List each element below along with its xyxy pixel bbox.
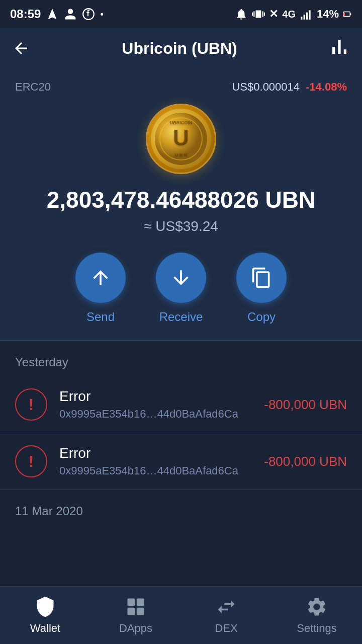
settings-nav-label: Settings	[297, 622, 337, 635]
dex-nav-label: DEX	[215, 622, 237, 635]
yesterday-label: Yesterday	[0, 341, 362, 376]
price-usd: US$0.000014	[232, 80, 300, 94]
page-title: Ubricoin (UBN)	[122, 39, 237, 58]
price-info: US$0.000014 -14.08%	[232, 80, 347, 94]
status-bar: 08:59 • ✕ 4G 14%	[0, 0, 362, 28]
time-display: 08:59	[10, 7, 41, 21]
erc20-label: ERC20	[15, 80, 51, 94]
receive-label: Receive	[159, 310, 203, 324]
transaction-item[interactable]: ! Error 0x9995aE354b16…44d0BaAfad6Ca -80…	[0, 376, 362, 433]
copy-button[interactable]: Copy	[236, 253, 287, 324]
error-icon-1: !	[15, 388, 47, 421]
battery-display: 14%	[317, 8, 339, 21]
chart-icon	[329, 36, 350, 57]
send-button[interactable]: Send	[75, 253, 126, 324]
signal-icon	[300, 8, 313, 21]
tx-status-2: Error	[59, 445, 264, 461]
nav-dex[interactable]: DEX	[186, 596, 266, 635]
copy-icon	[250, 267, 273, 289]
send-circle	[75, 253, 126, 303]
vibrate-icon	[252, 8, 265, 21]
tx-address-1: 0x9995aE354b16…44d0BaAfad6Ca	[59, 408, 264, 421]
dex-nav-icon	[215, 596, 237, 618]
tx-status-1: Error	[59, 388, 264, 405]
tx-amount-1: -800,000 UBN	[264, 397, 347, 413]
price-change: -14.08%	[306, 80, 347, 94]
dapps-nav-label: DApps	[119, 622, 152, 635]
nav-settings[interactable]: Settings	[277, 596, 357, 635]
send-icon	[89, 267, 112, 289]
date-section-label: 11 Mar 2020	[0, 490, 362, 525]
settings-nav-icon	[306, 596, 328, 618]
svg-rect-1	[301, 17, 302, 19]
wallet-nav-label: Wallet	[30, 622, 60, 635]
svg-rect-3	[306, 13, 308, 20]
error-icon-2: !	[15, 445, 47, 477]
tx-details-1: Error 0x9995aE354b16…44d0BaAfad6Ca	[59, 388, 264, 421]
nav-dapps[interactable]: DApps	[96, 596, 176, 635]
action-buttons: Send Receive Copy	[0, 253, 362, 324]
send-label: Send	[86, 310, 115, 324]
copy-circle	[236, 253, 287, 303]
navigation-icon	[46, 8, 59, 21]
person-icon	[64, 8, 77, 21]
battery-icon	[343, 10, 352, 19]
coin-graphic: U UBRICOIN U B N	[153, 111, 209, 167]
svg-text:U B N: U B N	[175, 152, 188, 157]
svg-rect-14	[137, 599, 144, 606]
tx-amount-2: -800,000 UBN	[264, 454, 347, 469]
coin-logo-inner: U UBRICOIN U B N	[151, 109, 211, 169]
main-content: ERC20 US$0.000014 -14.08%	[0, 68, 362, 341]
wallet-nav-icon	[34, 596, 56, 618]
dapps-nav-icon	[125, 596, 147, 618]
svg-rect-15	[128, 608, 135, 615]
receive-circle	[156, 253, 206, 303]
svg-rect-7	[344, 13, 345, 16]
balance-amount: 2,803,478.46488026 UBN	[37, 186, 326, 213]
transaction-item-2[interactable]: ! Error 0x9995aE354b16…44d0BaAfad6Ca -80…	[0, 433, 362, 490]
transactions-section: Yesterday ! Error 0x9995aE354b16…44d0BaA…	[0, 341, 362, 525]
svg-rect-2	[304, 15, 305, 20]
network-icon: 4G	[282, 9, 296, 20]
svg-text:UBRICOIN: UBRICOIN	[170, 120, 193, 125]
svg-rect-13	[128, 599, 135, 606]
copy-label: Copy	[247, 310, 276, 324]
coin-logo: U UBRICOIN U B N	[146, 104, 216, 174]
svg-rect-16	[137, 608, 144, 615]
status-left: 08:59 •	[10, 7, 104, 21]
dot-icon: •	[100, 9, 103, 20]
bottom-navigation: Wallet DApps DEX Settings	[0, 586, 362, 644]
nav-wallet[interactable]: Wallet	[5, 596, 85, 635]
receive-button[interactable]: Receive	[156, 253, 206, 324]
status-right: ✕ 4G 14%	[235, 8, 352, 21]
alarm-icon	[235, 8, 248, 21]
svg-rect-4	[309, 10, 310, 19]
svg-text:U: U	[173, 125, 189, 150]
facebook-icon	[82, 8, 95, 21]
toolbar: Ubricoin (UBN)	[0, 28, 362, 68]
chart-button[interactable]	[329, 36, 350, 61]
balance-usd: ≈ US$39.24	[144, 218, 218, 234]
token-info-row: ERC20 US$0.000014 -14.08%	[0, 80, 362, 94]
svg-rect-6	[350, 14, 351, 15]
tx-address-2: 0x9995aE354b16…44d0BaAfad6Ca	[59, 464, 264, 477]
receive-icon	[170, 267, 192, 289]
tx-details-2: Error 0x9995aE354b16…44d0BaAfad6Ca	[59, 445, 264, 477]
back-arrow-icon	[12, 39, 30, 57]
back-button[interactable]	[12, 39, 30, 57]
no-signal-icon: ✕	[269, 8, 278, 21]
